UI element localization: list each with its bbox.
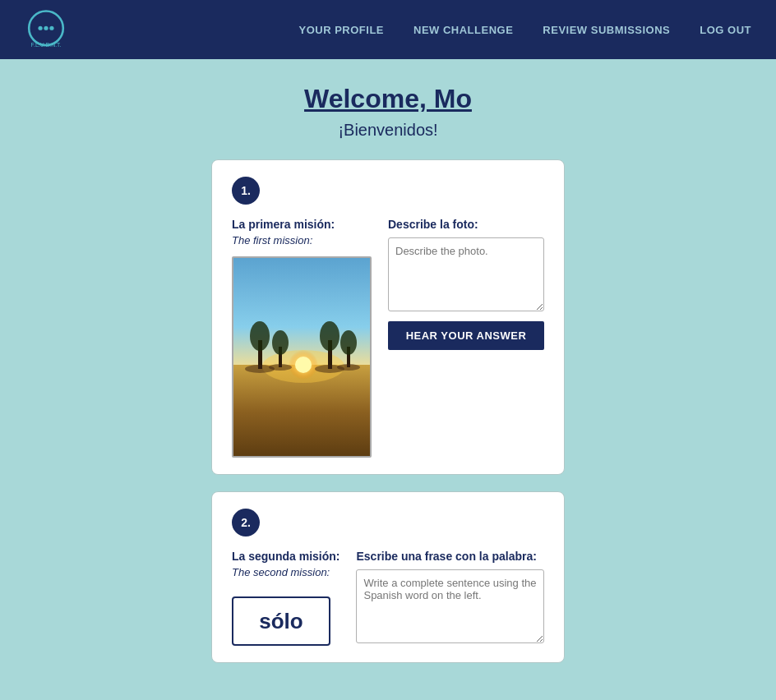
svg-point-1 [38,26,42,30]
nav-log-out[interactable]: LOG OUT [700,24,751,36]
mission-2-title-en: The second mission: [232,566,340,578]
navbar: F.L.U.E.N.T. YOUR PROFILE NEW CHALLENGE … [0,0,776,59]
mission-2-title-es: La segunda misión: [232,550,340,563]
svg-point-19 [269,364,292,371]
svg-point-9 [295,357,312,373]
mission-1-title-en: The first mission: [232,234,372,246]
svg-point-3 [49,26,53,30]
mission-1-number: 1. [232,177,260,205]
mission-2-card: 2. La segunda misión: The second mission… [211,491,565,663]
mission-1-title-es: La primera misión: [232,218,372,231]
nav-new-challenge[interactable]: NEW CHALLENGE [413,24,513,36]
mission-1-textarea[interactable] [388,237,544,311]
logo-icon: F.L.U.E.N.T. [25,8,67,51]
hear-answer-button[interactable]: HEAR YOUR ANSWER [388,321,544,350]
svg-point-15 [320,321,340,351]
mission-2-textarea[interactable] [356,569,544,643]
bienvenidos-text: ¡Bienvenidos! [338,121,437,140]
logo[interactable]: F.L.U.E.N.T. [25,8,67,51]
spanish-word: sólo [259,609,303,634]
mission-2-number: 2. [232,509,260,537]
svg-point-2 [44,26,48,30]
svg-point-21 [337,364,360,371]
nav-your-profile[interactable]: YOUR PROFILE [299,24,385,36]
mission-1-content: La primera misión: The first mission: [232,218,544,458]
nav-review-submissions[interactable]: REVIEW SUBMISSIONS [543,24,670,36]
svg-point-13 [272,330,289,355]
mission-2-left: La segunda misión: The second mission: s… [232,550,340,646]
spanish-word-box: sólo [232,596,330,646]
welcome-heading: Welcome, Mo [304,84,472,114]
svg-text:F.L.U.E.N.T.: F.L.U.E.N.T. [31,42,62,48]
mission-1-label: Describe la foto: [388,218,544,231]
svg-point-17 [340,330,357,355]
main-content: Welcome, Mo ¡Bienvenidos! 1. La primera … [0,59,776,700]
mission-2-right: Escribe una frase con la palabra: [356,550,544,646]
mission-1-card: 1. La primera misión: The first mission: [211,159,565,475]
mission-1-right: Describe la foto: HEAR YOUR ANSWER [388,218,544,458]
mission-2-label: Escribe una frase con la palabra: [356,550,544,563]
svg-point-11 [250,321,270,351]
mission-1-left: La primera misión: The first mission: [232,218,372,458]
mission-2-content: La segunda misión: The second mission: s… [232,550,544,646]
sunrise-image [233,258,372,458]
nav-links: YOUR PROFILE NEW CHALLENGE REVIEW SUBMIS… [299,24,752,36]
mission-1-photo [232,256,372,458]
